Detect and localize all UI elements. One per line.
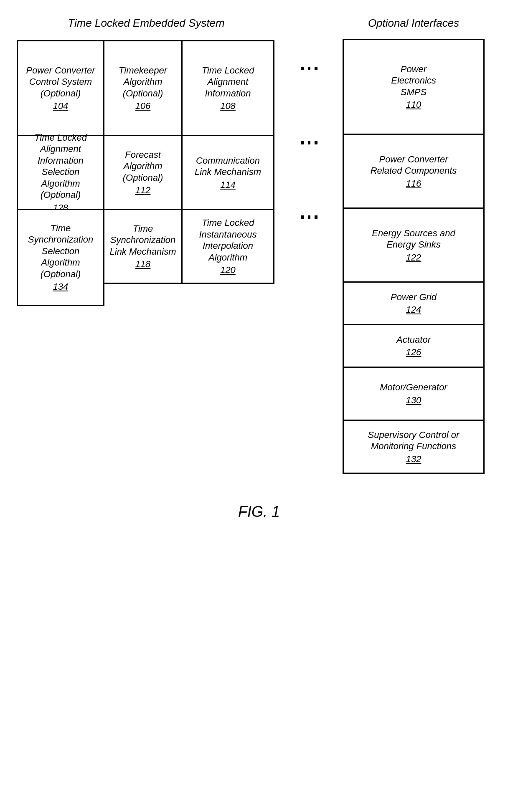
block-time-locked-alignment-selection: Time Locked AlignmentInformation Selecti… (17, 135, 104, 210)
block-ref: 134 (53, 281, 69, 292)
block-communication-link-mechanism: CommunicationLink Mechanism 114 (181, 135, 274, 210)
block-ref: 132 (406, 454, 422, 465)
block-label: Actuator (396, 334, 431, 346)
block-ref: 114 (220, 180, 236, 190)
block-label: PowerElectronicsSMPS (391, 63, 436, 98)
block-time-locked-alignment-info: Time LockedAlignment Information 108 (181, 40, 274, 136)
connector-dots (301, 215, 317, 219)
block-power-electronics-smps: PowerElectronicsSMPS 110 (343, 39, 485, 135)
right-column: Optional Interfaces PowerElectronicsSMPS… (343, 17, 485, 474)
block-label: Time LockedInstantaneousInterpolation Al… (186, 217, 270, 263)
block-label: Supervisory Control orMonitoring Functio… (368, 429, 460, 452)
figure-label: FIG. 1 (17, 503, 501, 521)
block-ref: 126 (406, 347, 422, 358)
block-ref: 130 (406, 395, 422, 406)
block-motor-generator: Motor/Generator 130 (343, 367, 485, 421)
block-forecast-algorithm: ForecastAlgorithm(Optional) 112 (103, 135, 183, 210)
block-ref: 112 (135, 185, 151, 196)
connector-dots-column (301, 67, 317, 219)
block-ref: 120 (220, 265, 236, 276)
block-ref: 108 (220, 101, 236, 111)
left-title: Time Locked Embedded System (17, 17, 276, 30)
block-ref: 122 (406, 252, 422, 263)
block-label: Energy Sources andEnergy Sinks (372, 228, 455, 250)
block-label: TimekeeperAlgorithm(Optional) (119, 65, 167, 99)
block-label: CommunicationLink Mechanism (195, 155, 261, 178)
block-label: Time LockedAlignment Information (186, 65, 270, 99)
block-label: Time SynchronizationLink Mechanism (108, 223, 178, 258)
block-power-grid: Power Grid 124 (343, 281, 485, 325)
block-label: Time SynchronizationSelection Algorithm(… (21, 223, 100, 280)
block-energy-sources-sinks: Energy Sources andEnergy Sinks 122 (343, 207, 485, 283)
row-3: Time SynchronizationSelection Algorithm(… (17, 210, 276, 306)
block-time-locked-interpolation: Time LockedInstantaneousInterpolation Al… (181, 209, 274, 284)
block-label: ForecastAlgorithm(Optional) (123, 149, 163, 184)
block-ref: 124 (406, 304, 422, 315)
block-label: Power ConverterRelated Components (371, 154, 457, 177)
block-time-sync-link-mechanism: Time SynchronizationLink Mechanism 118 (103, 209, 183, 284)
block-ref: 110 (406, 99, 422, 110)
block-timekeeper-algorithm: TimekeeperAlgorithm(Optional) 106 (103, 40, 183, 136)
block-ref: 116 (406, 178, 422, 189)
left-column: Time Locked Embedded System Power Conver… (17, 17, 276, 306)
block-label: Time Locked AlignmentInformation Selecti… (21, 132, 100, 201)
row-2: Time Locked AlignmentInformation Selecti… (17, 136, 276, 210)
block-label: Power ConverterControl System(Optional) (26, 65, 95, 99)
block-ref: 118 (135, 259, 151, 270)
block-ref: 104 (53, 101, 69, 111)
row-1: Power ConverterControl System(Optional) … (17, 40, 276, 136)
block-power-converter-components: Power ConverterRelated Components 116 (343, 134, 485, 209)
connector-dots (301, 141, 317, 144)
block-ref: 106 (135, 101, 151, 111)
diagram-layout: Time Locked Embedded System Power Conver… (17, 17, 501, 474)
right-title: Optional Interfaces (343, 17, 485, 30)
block-actuator: Actuator 126 (343, 324, 485, 368)
block-supervisory-control: Supervisory Control orMonitoring Functio… (343, 420, 485, 474)
block-label: Motor/Generator (380, 382, 447, 393)
block-time-sync-selection-algorithm: Time SynchronizationSelection Algorithm(… (17, 209, 104, 306)
block-label: Power Grid (391, 291, 437, 303)
block-power-converter-control-system: Power ConverterControl System(Optional) … (17, 40, 104, 136)
connector-dots (301, 67, 317, 70)
